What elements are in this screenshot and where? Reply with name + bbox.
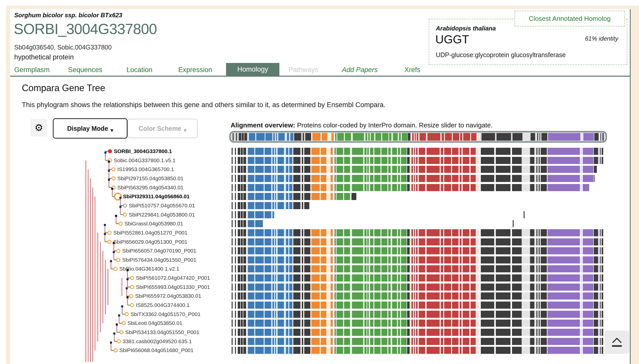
alignment-caption-rest: Proteins color-coded by InterPro domain.… xyxy=(295,121,493,129)
tab-xrefs[interactable]: Xrefs xyxy=(404,64,420,76)
tree-leaf-label[interactable]: SbiPI552861.04g051270_P001 xyxy=(113,230,187,236)
tree-leaf-label[interactable]: SbiPI510757.04g055670.01 xyxy=(129,203,195,209)
tree-leaf-label[interactable]: SbiPI656057.04g070190_P001 xyxy=(122,248,196,254)
gene-description: hypothetical protein xyxy=(14,53,74,61)
display-mode-button[interactable]: Display Mode ▾ xyxy=(53,118,127,139)
alignment-row xyxy=(231,256,606,263)
tree-leaf-label[interactable]: IS8525.004G374400.1 xyxy=(136,302,189,308)
homolog-symbol: UGGT xyxy=(435,32,469,46)
alignment-row xyxy=(231,292,606,300)
tree-leaf-label[interactable]: SbiPI576434.04g051550_P001 xyxy=(122,257,196,263)
alignment-row xyxy=(231,148,606,155)
tab-germplasm[interactable]: Germplasm xyxy=(14,64,50,76)
tree-leaf-label[interactable]: SbiLeoti.04g053850.01 xyxy=(127,320,182,326)
section-description: This phylogram shows the relationships b… xyxy=(22,101,386,109)
tree-leaf-label[interactable]: Sobic.004G337800.1.v5.1 xyxy=(114,157,175,163)
scroll-to-top-button[interactable] xyxy=(604,330,629,354)
tree-leaf-label[interactable]: SbiPI563295.04g054340.01 xyxy=(117,185,183,191)
alignment-caption: Alignment overview: Proteins color-coded… xyxy=(231,121,493,129)
tree-leaf-label[interactable]: 3381.casb002g049520.635.1 xyxy=(123,338,192,344)
closest-homolog-badge: Closest Annotated Homolog xyxy=(515,11,625,26)
tree-leaf-label[interactable]: SbiPI229841.04g053800.01 xyxy=(129,212,195,218)
page-title: SORBI_3004G337800 xyxy=(14,20,157,37)
tree-leaf-label[interactable]: IS19953.004G365700.1 xyxy=(117,166,174,172)
alignment-row xyxy=(231,193,606,200)
alignment-row xyxy=(231,166,606,173)
tab-homology[interactable]: Homology xyxy=(226,63,279,76)
gear-icon: ⚙ xyxy=(35,122,43,133)
alignment-row xyxy=(231,211,606,218)
tab-add-papers[interactable]: Add Papers xyxy=(342,64,378,76)
alignment-row xyxy=(231,320,606,327)
tree-leaf-label[interactable]: SbiPI561072.04g047420_P001 xyxy=(136,275,210,281)
tree-leaf-label[interactable]: SbiPI297155.04g053850.01 xyxy=(117,175,183,181)
alignment-row xyxy=(231,238,606,245)
tree-leaf-label[interactable]: SbiGrassl.04g053980.01 xyxy=(124,221,183,227)
tab-underline xyxy=(10,76,630,77)
tab-location[interactable]: Location xyxy=(126,64,152,76)
tree-leaf-label[interactable]: SORBI_3004G337800.1 xyxy=(114,148,172,154)
color-scheme-button: Color Scheme ▾ xyxy=(127,119,198,138)
alignment-row xyxy=(231,202,606,209)
alignment-row xyxy=(231,329,606,336)
display-mode-label: Display Mode xyxy=(67,125,108,132)
tab-sequences[interactable]: Sequences xyxy=(68,64,102,76)
alignment-row xyxy=(231,220,606,227)
tree-leaf-label[interactable]: SbiPI329311.04g056860.01 xyxy=(123,193,190,200)
tree-leaf-label[interactable]: SbiPI655972.04g053830.01 xyxy=(135,293,201,299)
alignment-row xyxy=(231,338,606,345)
tab-pathways: Pathways xyxy=(289,64,318,76)
chevron-down-icon: ▾ xyxy=(111,127,113,133)
tree-leaf-label[interactable]: SbiTX3362.04g051570_P001 xyxy=(131,311,201,317)
tree-leaf-label[interactable]: SbiPI534133.04g051550_P001 xyxy=(125,329,199,335)
gene-page-card: Sorghum bicolor ssp. bicolor BTx623 SORB… xyxy=(10,9,631,364)
alignment-row xyxy=(231,184,606,191)
species-name: Sorghum bicolor ssp. bicolor BTx623 xyxy=(14,12,122,19)
tree-leaf-label[interactable]: SbiPI656068.04g051680_P001 xyxy=(119,347,194,353)
homolog-description: UDP-glucose:glycoprotein glucosyltransfe… xyxy=(436,51,566,59)
alignment-row xyxy=(231,347,606,354)
alignment-row xyxy=(231,229,606,236)
chevron-up-icon xyxy=(610,336,624,348)
alignment-row xyxy=(231,157,606,164)
alignment-row xyxy=(231,274,606,282)
alignment-row xyxy=(231,302,606,309)
tree-leaf-label[interactable]: SbRio.04G361400.1.v2.1 xyxy=(119,266,179,272)
homolog-species: Arabidopsis thaliana xyxy=(436,25,496,32)
tree-leaf-label[interactable]: SbiPI656029.04g051300_P001 xyxy=(113,239,187,245)
alignment-row xyxy=(231,311,606,318)
tab-expression[interactable]: Expression xyxy=(178,64,212,76)
color-scheme-label: Color Scheme xyxy=(139,125,181,132)
alignment-rows xyxy=(231,139,606,364)
chevron-down-icon: ▾ xyxy=(184,127,186,133)
alignment-caption-bold: Alignment overview: xyxy=(231,121,295,129)
alignment-row xyxy=(231,265,606,272)
homolog-identity: 61% identity xyxy=(585,35,618,42)
tree-leaf-label[interactable]: SbiPI655993.04g051330_P001 xyxy=(136,284,210,290)
alignment-row xyxy=(231,247,606,254)
alignment-row xyxy=(231,284,606,291)
gene-synonyms: Sb04g036540, Sobic.004G337800 xyxy=(14,44,112,51)
settings-button[interactable]: ⚙ xyxy=(30,119,47,137)
section-title: Compara Gene Tree xyxy=(22,83,105,93)
alignment-row xyxy=(231,175,606,182)
